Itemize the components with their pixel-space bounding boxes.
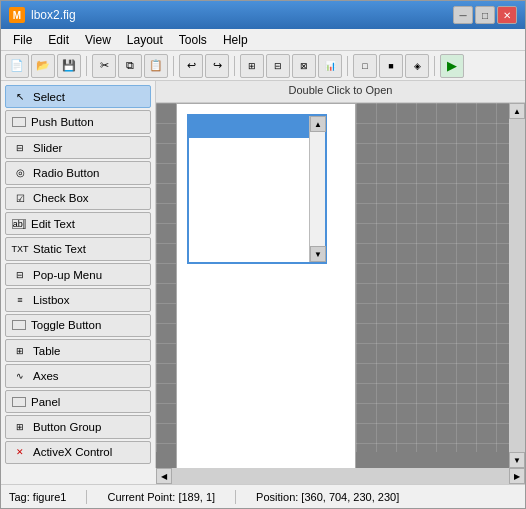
chart-button[interactable]: 📊 xyxy=(318,54,342,78)
toolbar-sep-1 xyxy=(86,56,87,76)
sidebar-label-push-button: Push Button xyxy=(31,116,94,128)
menu-tools[interactable]: Tools xyxy=(171,31,215,49)
listbox-icon: ≡ xyxy=(12,292,28,308)
sidebar-item-popup-menu[interactable]: ⊟ Pop-up Menu xyxy=(5,263,151,286)
panel-icon xyxy=(12,397,26,407)
toolbar: 📄 📂 💾 ✂ ⧉ 📋 ↩ ↪ ⊞ ⊟ ⊠ 📊 □ ■ ◈ ▶ xyxy=(1,51,525,81)
distribute-button[interactable]: ⊟ xyxy=(266,54,290,78)
listbox-selected-row xyxy=(189,116,325,138)
menu-edit[interactable]: Edit xyxy=(40,31,77,49)
canvas-area[interactable]: Double Click to Open ▲ ▼ ▲ xyxy=(156,81,525,468)
activex-icon: ✕ xyxy=(12,444,28,460)
sidebar-item-table[interactable]: ⊞ Table xyxy=(5,339,151,362)
new-button[interactable]: 📄 xyxy=(5,54,29,78)
canvas-bottom-scrollbar[interactable]: ◀ ▶ xyxy=(156,468,525,484)
sidebar-label-panel: Panel xyxy=(31,396,60,408)
canvas-scroll-left[interactable]: ◀ xyxy=(156,468,172,484)
paste-button[interactable]: 📋 xyxy=(144,54,168,78)
sidebar-label-activex: ActiveX Control xyxy=(33,446,112,458)
scrollbar-up[interactable]: ▲ xyxy=(310,116,326,132)
copy-button[interactable]: ⧉ xyxy=(118,54,142,78)
status-current-point: Current Point: [189, 1] xyxy=(107,491,215,503)
canvas-scroll-track-v[interactable] xyxy=(509,119,525,452)
canvas-design-area[interactable]: ▲ ▼ xyxy=(176,103,356,468)
obj3-button[interactable]: ◈ xyxy=(405,54,429,78)
sidebar-item-button-group[interactable]: ⊞ Button Group xyxy=(5,415,151,438)
title-bar-left: M lbox2.fig xyxy=(9,7,76,23)
sidebar-item-listbox[interactable]: ≡ Listbox xyxy=(5,288,151,311)
sidebar-item-toggle-button[interactable]: Toggle Button xyxy=(5,314,151,337)
sidebar-label-select: Select xyxy=(33,91,65,103)
sidebar-item-axes[interactable]: ∿ Axes xyxy=(5,364,151,387)
minimize-button[interactable]: ─ xyxy=(453,6,473,24)
scrollbar-track[interactable] xyxy=(310,132,325,246)
canvas-right-scrollbar[interactable]: ▲ ▼ xyxy=(509,103,525,468)
sidebar-item-radio-button[interactable]: ◎ Radio Button xyxy=(5,161,151,184)
toolbar-sep-2 xyxy=(173,56,174,76)
main-content: ↖ Select Push Button ⊟ Slider ◎ Radio Bu… xyxy=(1,81,525,468)
undo-button[interactable]: ↩ xyxy=(179,54,203,78)
sidebar-item-activex-control[interactable]: ✕ ActiveX Control xyxy=(5,441,151,464)
static-text-icon: TXT xyxy=(12,241,28,257)
sidebar-label-popup-menu: Pop-up Menu xyxy=(33,269,102,281)
close-button[interactable]: ✕ xyxy=(497,6,517,24)
menu-help[interactable]: Help xyxy=(215,31,256,49)
axes-icon: ∿ xyxy=(12,368,28,384)
redo-button[interactable]: ↪ xyxy=(205,54,229,78)
sidebar-item-panel[interactable]: Panel xyxy=(5,390,151,413)
obj1-button[interactable]: □ xyxy=(353,54,377,78)
toggle-button-icon xyxy=(12,320,26,330)
status-tag: Tag: figure1 xyxy=(9,491,66,503)
menu-view[interactable]: View xyxy=(77,31,119,49)
edit-text-icon: ab| xyxy=(12,219,26,229)
canvas-header: Double Click to Open xyxy=(156,81,525,103)
cut-button[interactable]: ✂ xyxy=(92,54,116,78)
sidebar-label-listbox: Listbox xyxy=(33,294,69,306)
sidebar-label-static-text: Static Text xyxy=(33,243,86,255)
radio-button-icon: ◎ xyxy=(12,165,28,181)
button-group-icon: ⊞ xyxy=(12,419,28,435)
canvas-scroll-up[interactable]: ▲ xyxy=(509,103,525,119)
canvas-scroll-right[interactable]: ▶ xyxy=(509,468,525,484)
app-icon: M xyxy=(9,7,25,23)
window-title: lbox2.fig xyxy=(31,8,76,22)
sidebar-item-edit-text[interactable]: ab| Edit Text xyxy=(5,212,151,235)
obj2-button[interactable]: ■ xyxy=(379,54,403,78)
menu-layout[interactable]: Layout xyxy=(119,31,171,49)
popup-menu-icon: ⊟ xyxy=(12,267,28,283)
main-window: M lbox2.fig ─ □ ✕ File Edit View Layout … xyxy=(0,0,526,509)
canvas-scroll-track-h[interactable] xyxy=(172,468,509,484)
status-position: Position: [360, 704, 230, 230] xyxy=(256,491,399,503)
select-icon: ↖ xyxy=(12,89,28,105)
scrollbar-down[interactable]: ▼ xyxy=(310,246,326,262)
sidebar-label-check-box: Check Box xyxy=(33,192,89,204)
title-bar: M lbox2.fig ─ □ ✕ xyxy=(1,1,525,29)
sidebar-item-push-button[interactable]: Push Button xyxy=(5,110,151,133)
align-button[interactable]: ⊞ xyxy=(240,54,264,78)
status-sep-1 xyxy=(86,490,87,504)
title-buttons: ─ □ ✕ xyxy=(453,6,517,24)
sidebar-label-toggle-button: Toggle Button xyxy=(31,319,101,331)
sidebar-label-edit-text: Edit Text xyxy=(31,218,75,230)
save-button[interactable]: 💾 xyxy=(57,54,81,78)
run-button[interactable]: ▶ xyxy=(440,54,464,78)
menu-file[interactable]: File xyxy=(5,31,40,49)
toolbar-sep-4 xyxy=(347,56,348,76)
resize-button[interactable]: ⊠ xyxy=(292,54,316,78)
sidebar-label-axes: Axes xyxy=(33,370,59,382)
listbox-scrollbar[interactable]: ▲ ▼ xyxy=(309,116,325,262)
sidebar-label-slider: Slider xyxy=(33,142,62,154)
restore-button[interactable]: □ xyxy=(475,6,495,24)
table-icon: ⊞ xyxy=(12,343,28,359)
sidebar: ↖ Select Push Button ⊟ Slider ◎ Radio Bu… xyxy=(1,81,156,468)
listbox-widget[interactable]: ▲ ▼ xyxy=(187,114,327,264)
sidebar-item-static-text[interactable]: TXT Static Text xyxy=(5,237,151,260)
sidebar-item-check-box[interactable]: ☑ Check Box xyxy=(5,187,151,210)
push-button-icon xyxy=(12,117,26,127)
open-button[interactable]: 📂 xyxy=(31,54,55,78)
menu-bar: File Edit View Layout Tools Help xyxy=(1,29,525,51)
sidebar-label-radio-button: Radio Button xyxy=(33,167,100,179)
sidebar-item-slider[interactable]: ⊟ Slider xyxy=(5,136,151,159)
sidebar-item-select[interactable]: ↖ Select xyxy=(5,85,151,108)
canvas-scroll-down[interactable]: ▼ xyxy=(509,452,525,468)
